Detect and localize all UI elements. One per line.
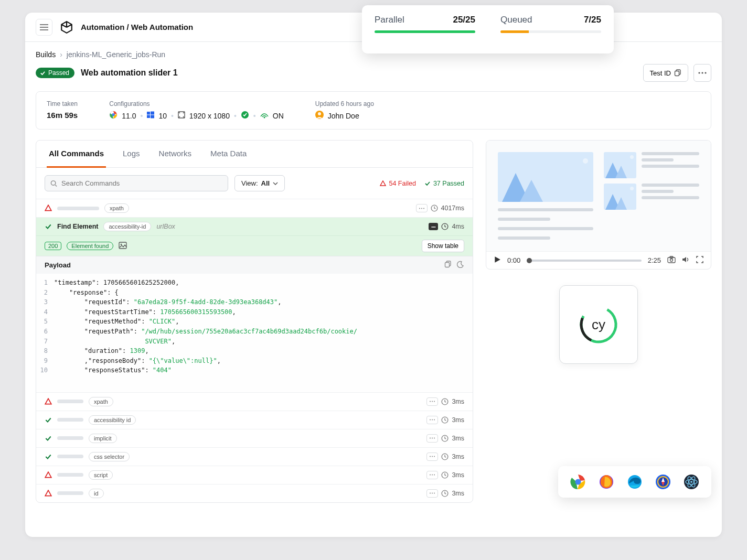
placeholder-image-icon	[604, 184, 636, 210]
chevron-down-icon	[273, 182, 278, 185]
payload-code: 1"timestamp": 1705665601625252000, 2 "re…	[36, 274, 473, 392]
avatar-icon	[315, 111, 324, 121]
warning-icon	[45, 204, 52, 212]
svg-point-31	[432, 419, 433, 421]
svg-rect-9	[147, 115, 150, 119]
show-table-button[interactable]: Show table	[422, 240, 464, 252]
row-more-button[interactable]	[426, 489, 438, 498]
chevron-right-icon: ›	[60, 50, 62, 59]
row-more-button[interactable]	[426, 471, 438, 479]
check-icon	[45, 435, 52, 442]
command-row-active[interactable]: Find Element accessibility-id urlBox •••…	[36, 217, 473, 235]
time-taken-label: Time taken	[47, 100, 78, 107]
theme-toggle-icon[interactable]	[457, 261, 464, 270]
failed-count: 54 Failed	[380, 180, 415, 187]
svg-point-48	[434, 493, 435, 494]
svg-point-26	[430, 401, 431, 402]
svg-point-47	[432, 493, 433, 494]
element-found-badge: Element found	[67, 242, 113, 250]
user-name: John Doe	[328, 112, 359, 120]
locator-tag: id	[89, 489, 104, 498]
command-row[interactable]: accessibility id 3ms	[36, 411, 473, 429]
edge-icon	[626, 473, 643, 490]
payload-header: Payload	[36, 256, 473, 274]
command-row[interactable]: id 3ms	[36, 484, 473, 502]
svg-point-3	[701, 72, 703, 73]
view-dropdown[interactable]: View: All	[234, 175, 285, 191]
status-code: 200	[45, 242, 61, 250]
more-options-button[interactable]	[693, 64, 711, 82]
menu-toggle[interactable]	[36, 19, 52, 36]
row-duration: 4ms	[452, 223, 464, 230]
resolution: 1920 x 1080	[189, 112, 230, 120]
tab-all-commands[interactable]: All Commands	[47, 141, 106, 168]
breadcrumb-root[interactable]: Builds	[36, 50, 56, 59]
command-row[interactable]: xpath 3ms	[36, 392, 473, 411]
camera-icon[interactable]	[667, 256, 676, 265]
command-row[interactable]: xpath 4017ms	[36, 199, 473, 217]
command-row[interactable]: css selector 3ms	[36, 447, 473, 466]
time-taken-value: 16m 59s	[47, 111, 78, 120]
parallel-value: 25/25	[453, 15, 475, 25]
video-seek-bar[interactable]	[527, 260, 641, 262]
svg-point-46	[430, 493, 431, 494]
svg-point-27	[432, 401, 433, 402]
command-row[interactable]: implicit 3ms	[36, 429, 473, 447]
configurations-label: Configurations	[109, 100, 284, 107]
clock-icon	[441, 398, 449, 405]
svg-point-40	[434, 456, 435, 457]
volume-icon[interactable]	[682, 256, 690, 265]
locator-tag: xpath	[89, 397, 113, 406]
row-more-button[interactable]	[426, 397, 438, 406]
svg-point-43	[432, 475, 433, 476]
stats-card: Parallel 25/25 Queued 7/25	[362, 5, 614, 53]
video-current-time: 0:00	[507, 256, 520, 264]
row-more-button[interactable]	[416, 204, 428, 212]
svg-point-13	[263, 116, 265, 118]
row-more-button[interactable]	[426, 453, 438, 461]
svg-point-34	[430, 438, 431, 439]
fullscreen-icon[interactable]	[696, 256, 703, 265]
row-more-button[interactable]	[426, 434, 438, 443]
svg-point-69	[690, 481, 692, 483]
locator-tag: script	[89, 470, 113, 480]
windows-icon	[147, 111, 154, 120]
image-icon[interactable]	[119, 242, 127, 251]
svg-point-59	[575, 479, 581, 485]
row-more-button[interactable]	[426, 416, 438, 424]
svg-point-23	[121, 243, 122, 245]
os-version: 10	[158, 112, 167, 120]
search-field[interactable]	[61, 179, 222, 187]
browser-strip	[558, 466, 711, 498]
chrome-icon	[570, 473, 586, 490]
svg-point-18	[421, 208, 422, 209]
warning-icon	[45, 398, 52, 405]
tab-logs[interactable]: Logs	[121, 141, 142, 168]
view-label: View:	[241, 179, 258, 187]
tab-meta-data[interactable]: Meta Data	[208, 141, 249, 168]
command-row[interactable]: script 3ms	[36, 466, 473, 484]
passed-count: 37 Passed	[424, 180, 464, 187]
svg-point-36	[434, 438, 435, 439]
status-badge: Passed	[36, 68, 74, 78]
queued-progress	[500, 30, 601, 33]
tab-networks[interactable]: Networks	[157, 141, 194, 168]
parallel-label: Parallel	[375, 15, 404, 25]
copy-icon[interactable]	[444, 261, 452, 270]
placeholder-image-icon	[498, 152, 593, 202]
location-enabled-icon	[241, 111, 249, 121]
svg-point-28	[434, 401, 435, 402]
svg-rect-10	[151, 115, 154, 119]
clock-icon	[441, 435, 449, 442]
svg-point-4	[705, 72, 706, 73]
play-icon[interactable]	[494, 256, 501, 265]
page-title: Web automation slider 1	[81, 68, 178, 78]
locator-tag: implicit	[89, 434, 117, 443]
test-id-button[interactable]: Test ID	[643, 64, 688, 82]
parallel-progress	[375, 30, 475, 33]
video-total-time: 2:25	[648, 256, 661, 264]
electron-icon	[683, 473, 700, 490]
clock-icon	[431, 204, 438, 212]
resolution-icon	[178, 111, 185, 120]
search-input[interactable]	[45, 175, 228, 191]
